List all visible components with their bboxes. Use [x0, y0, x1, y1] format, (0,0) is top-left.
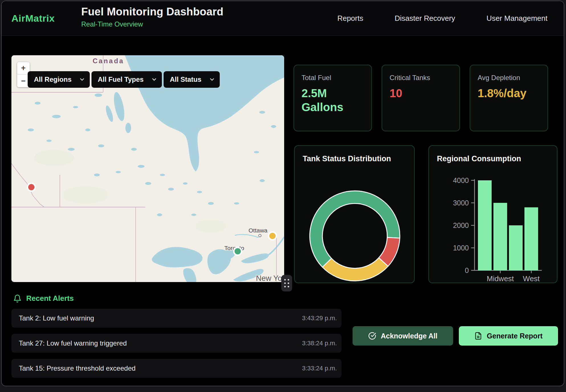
stat-label: Total Fuel: [302, 74, 364, 82]
alert-text: Tank 27: Low fuel warning triggered: [19, 339, 127, 347]
map-canvas[interactable]: Canada Ottawa Toronto New York: [11, 55, 284, 282]
check-circle-icon: [368, 332, 376, 340]
y-tick-label: 2000: [453, 221, 469, 229]
ottawa-city-dot: [259, 234, 261, 237]
alert-time: 3:38:24 p.m.: [302, 340, 337, 347]
filter-label: All Fuel Types: [98, 75, 144, 83]
alerts-header: Recent Alerts: [13, 294, 74, 303]
stat-value: 10: [390, 86, 452, 100]
nav-item-user-management[interactable]: User Management: [486, 14, 547, 23]
page-subtitle: Real-Time Overview: [81, 20, 223, 28]
alert-row[interactable]: Tank 27: Low fuel warning triggered3:38:…: [11, 334, 341, 353]
bar-region-1: [478, 180, 492, 270]
stat-cards: Total Fuel2.5M GallonsCritical Tanks10Av…: [294, 65, 548, 131]
filter-all-status[interactable]: All Status: [164, 71, 220, 88]
stat-label: Avg Depletion: [478, 74, 540, 82]
tank-marker-normal[interactable]: [234, 248, 242, 255]
bar-region-3: [509, 225, 523, 270]
stat-value: 1.8%/day: [478, 86, 540, 100]
map-panel[interactable]: Canada Ottawa Toronto New York + − All R…: [11, 55, 284, 282]
bar-region-4: [524, 207, 538, 270]
stat-label: Critical Tanks: [390, 74, 452, 82]
alert-row[interactable]: Tank 2: Low fuel warning3:43:29 p.m.: [11, 309, 341, 328]
brand-logo: AirMatrix: [11, 1, 55, 36]
alert-row[interactable]: Tank 15: Pressure threshold exceeded3:33…: [11, 359, 341, 378]
stat-value: 2.5M Gallons: [302, 86, 364, 114]
alert-list: Tank 2: Low fuel warning3:43:29 p.m.Tank…: [11, 309, 341, 384]
map-resize-handle[interactable]: [281, 275, 292, 291]
tank-status-card: Tank Status Distribution: [294, 145, 415, 283]
filter-all-fuel-types[interactable]: All Fuel Types: [91, 71, 162, 88]
stat-card-total-fuel: Total Fuel2.5M Gallons: [294, 65, 372, 131]
donut-segment-warning: [322, 258, 388, 281]
y-tick-label: 1000: [453, 244, 469, 252]
map-filters: All RegionsAll Fuel TypesAll Status: [28, 71, 220, 88]
map-label-ottawa: Ottawa: [249, 227, 268, 234]
generate-report-label: Generate Report: [487, 332, 543, 340]
chevron-down-icon: [79, 76, 85, 83]
tank-marker-critical[interactable]: [28, 183, 35, 191]
tank-marker-warning[interactable]: [269, 232, 276, 240]
map-label-canada: Canada: [93, 57, 124, 65]
donut-chart: [295, 146, 415, 283]
x-tick-label-midwest: Midwest: [487, 274, 514, 283]
dashboard-frame: AirMatrix Fuel Monitoring Dashboard Real…: [1, 1, 564, 386]
alert-time: 3:43:29 p.m.: [302, 315, 337, 322]
y-tick-label: 3000: [453, 199, 469, 207]
stat-card-critical-tanks: Critical Tanks10: [382, 65, 460, 131]
map-label-new-york: New York: [256, 274, 284, 282]
title-block: Fuel Monitoring Dashboard Real-Time Over…: [81, 6, 223, 28]
document-icon: [474, 332, 482, 340]
y-tick-label: 0: [465, 266, 469, 274]
stat-card-avg-depletion: Avg Depletion1.8%/day: [470, 65, 548, 131]
acknowledge-all-button[interactable]: Acknowledge All: [353, 326, 453, 346]
alert-time: 3:33:24 p.m.: [302, 365, 337, 372]
nav-item-reports[interactable]: Reports: [337, 14, 363, 23]
regional-consumption-card: Regional Consumption 01000200030004000Mi…: [428, 145, 557, 283]
drag-dots-icon: [281, 275, 292, 291]
chevron-down-icon: [209, 76, 215, 83]
bar-chart: 01000200030004000MidwestWest: [429, 146, 557, 283]
alert-text: Tank 2: Low fuel warning: [19, 314, 94, 322]
y-tick-label: 4000: [453, 176, 469, 184]
acknowledge-all-label: Acknowledge All: [381, 332, 437, 340]
header: AirMatrix Fuel Monitoring Dashboard Real…: [2, 1, 564, 36]
bar-region-2: [493, 203, 507, 270]
alert-text: Tank 15: Pressure threshold exceeded: [19, 364, 136, 372]
generate-report-button[interactable]: Generate Report: [459, 326, 558, 346]
bell-icon: [13, 294, 22, 303]
chevron-down-icon: [151, 76, 157, 83]
filter-label: All Status: [170, 75, 201, 83]
filter-all-regions[interactable]: All Regions: [28, 71, 90, 88]
alerts-heading: Recent Alerts: [26, 294, 74, 303]
x-tick-label-west: West: [523, 274, 540, 283]
filter-label: All Regions: [34, 75, 72, 83]
nav: ReportsDisaster RecoveryUser Management: [337, 1, 547, 36]
page-title: Fuel Monitoring Dashboard: [81, 6, 223, 18]
nav-item-disaster-recovery[interactable]: Disaster Recovery: [395, 14, 455, 23]
